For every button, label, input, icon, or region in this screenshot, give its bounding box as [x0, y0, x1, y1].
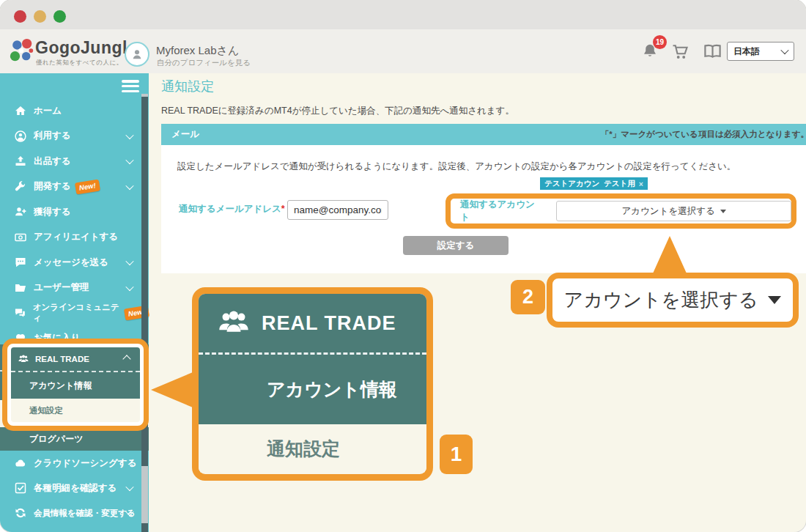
sidebar-item-label: REAL TRADE — [35, 355, 89, 363]
language-select-value: 日本語 — [733, 45, 782, 58]
sidebar-item-use[interactable]: 利用する — [0, 124, 149, 149]
account-highlight-ring: 通知するアカウント アカウントを選択する — [445, 193, 796, 229]
callout-sidebar-real-trade: REAL TRADE — [11, 347, 140, 372]
email-field-label: 通知するメールアドレス* — [179, 203, 285, 215]
sidebar-scrollbar-end — [141, 523, 148, 532]
logo-title[interactable]: GogoJungle — [35, 38, 137, 58]
chevron-down-icon — [125, 483, 133, 491]
window-titlebar — [0, 0, 806, 30]
chat-icon — [15, 307, 26, 319]
reader-icon[interactable] — [703, 43, 722, 59]
sidebar-item-home[interactable]: ホーム — [0, 98, 149, 124]
sidebar-item-label: クラウドソーシングする — [34, 457, 136, 470]
panel-title: メール — [171, 124, 199, 145]
sidebar-item-message[interactable]: メッセージを送る — [0, 250, 149, 276]
refresh-icon — [15, 507, 26, 519]
page-title: 通知設定 — [161, 78, 214, 95]
chevron-down-icon — [125, 283, 133, 291]
tag-label: テスト用 — [604, 179, 635, 189]
tag-label: テストアカウント — [544, 179, 607, 189]
sidebar-item-label: ユーザー管理 — [34, 281, 89, 294]
profile-link[interactable]: 自分のプロフィールを見る — [157, 58, 251, 68]
user-name: Myforex Labさん — [156, 44, 239, 58]
sidebar-item-label: ブログパーツ — [29, 433, 83, 446]
app-header: GogoJungle 優れた英知をすべての人に。 Myforex Labさん 自… — [0, 29, 806, 73]
cart-icon[interactable] — [672, 44, 689, 59]
panel-instruction: 設定したメールアドレスで通知が受けられるようになります。設定後、アカウントの設定… — [177, 160, 736, 173]
hamburger-menu-icon[interactable] — [122, 78, 139, 95]
wrench-icon — [15, 181, 26, 193]
home-icon — [15, 105, 26, 117]
required-note: 「*」マークがついている項目は必須入力となります。 — [601, 124, 806, 145]
callout1-notification-settings: 通知設定 — [199, 424, 426, 473]
logo-tagline: 優れた英知をすべての人に。 — [36, 59, 123, 67]
required-asterisk: * — [281, 204, 285, 214]
sidebar-item-member-info[interactable]: 会員情報を確認・変更する — [0, 500, 149, 526]
sidebar-item-label: 各種明細を確認する — [34, 482, 117, 495]
user-circle-icon — [15, 130, 26, 142]
chevron-down-icon — [125, 182, 133, 190]
chevron-down-icon — [780, 46, 788, 54]
zoom-window-button[interactable] — [53, 10, 66, 23]
sidebar-item-online-community[interactable]: オンラインコミュニティ New! — [0, 300, 149, 326]
sidebar-item-label: アフィリエイトする — [34, 231, 118, 243]
callout1-menu-zoom: REAL TRADE アカウント情報 通知設定 — [192, 287, 433, 481]
page-description: REAL TRADEに登録済みのMT4が停止していた場合、下記の通知先へ通知され… — [161, 105, 514, 117]
callout-sidebar-account-info: アカウント情報 — [11, 372, 140, 399]
sidebar-item-crowdsourcing[interactable]: クラウドソーシングする — [0, 451, 149, 476]
sidebar-item-label: オンラインコミュニティ — [33, 302, 121, 324]
sidebar-item-develop[interactable]: 開発する New! — [0, 174, 149, 200]
submit-button[interactable]: 設定する — [403, 236, 509, 255]
email-input[interactable] — [287, 200, 388, 220]
account-field-label: 通知するアカウント — [460, 199, 544, 223]
minimize-window-button[interactable] — [34, 10, 46, 23]
cloud-icon — [15, 457, 26, 469]
chevron-down-icon — [125, 156, 133, 164]
account-select-dropdown[interactable]: アカウントを選択する — [556, 201, 791, 221]
avatar[interactable] — [125, 42, 149, 67]
sidebar-item-acquire[interactable]: 獲得する — [0, 199, 149, 225]
money-icon — [15, 232, 26, 243]
callout2-pointer — [653, 236, 687, 273]
sidebar-item-sell[interactable]: 出品する — [0, 149, 149, 174]
close-window-button[interactable] — [14, 10, 26, 23]
callout1-pointer — [151, 372, 193, 407]
dropdown-arrow-icon — [720, 210, 726, 213]
callout1-header-label: REAL TRADE — [262, 312, 396, 335]
sidebar-item-statements[interactable]: 各種明細を確認する — [0, 476, 149, 501]
gogojungle-logo-icon[interactable] — [8, 37, 36, 65]
app-window: GogoJungle 優れた英知をすべての人に。 Myforex Labさん 自… — [0, 0, 806, 532]
sidebar-item-user-management[interactable]: ユーザー管理 — [0, 276, 149, 301]
language-select[interactable]: 日本語 — [727, 42, 794, 61]
user-plus-icon — [15, 206, 26, 218]
upload-icon — [15, 155, 26, 167]
callout-sidebar-notification-settings: 通知設定 — [11, 399, 140, 422]
sidebar: ホーム 利用する 出品する 開発する New! 獲得する アフィリエイトする — [0, 73, 149, 532]
callout2-dropdown-zoom: アカウントを選択する — [547, 273, 799, 328]
notification-count-badge: 19 — [653, 35, 667, 49]
chevron-up-icon — [122, 355, 130, 363]
sidebar-item-affiliate[interactable]: アフィリエイトする — [0, 225, 149, 251]
chevron-down-icon — [125, 257, 133, 265]
folder-icon — [15, 282, 26, 294]
sidebar-item-label: 出品する — [34, 155, 71, 168]
user-avatar-icon — [130, 48, 144, 61]
people-icon — [18, 354, 29, 364]
check-square-icon — [15, 482, 26, 494]
callout1-real-trade-header: REAL TRADE — [199, 294, 426, 355]
account-tag[interactable]: テスト用 × — [599, 177, 648, 190]
sidebar-callout-ring: REAL TRADE アカウント情報 通知設定 — [2, 339, 149, 431]
tag-close-icon[interactable]: × — [639, 180, 643, 188]
step-1-badge: 1 — [440, 435, 473, 474]
sidebar-item-label: 開発する — [34, 180, 71, 193]
sidebar-item-label: 会員情報を確認・変更する — [34, 508, 136, 519]
sidebar-item-label: メッセージを送る — [34, 256, 108, 269]
dropdown-value: アカウントを選択する — [621, 205, 714, 218]
step-2-badge: 2 — [511, 280, 545, 314]
new-badge: New! — [75, 179, 100, 194]
sidebar-item-label: ホーム — [34, 105, 62, 117]
comment-icon — [15, 256, 26, 268]
sidebar-item-label: 利用する — [34, 130, 71, 142]
callout2-text: アカウントを選択する — [564, 287, 758, 313]
mail-panel-header: メール 「*」マークがついている項目は必須入力となります。 — [161, 124, 806, 145]
